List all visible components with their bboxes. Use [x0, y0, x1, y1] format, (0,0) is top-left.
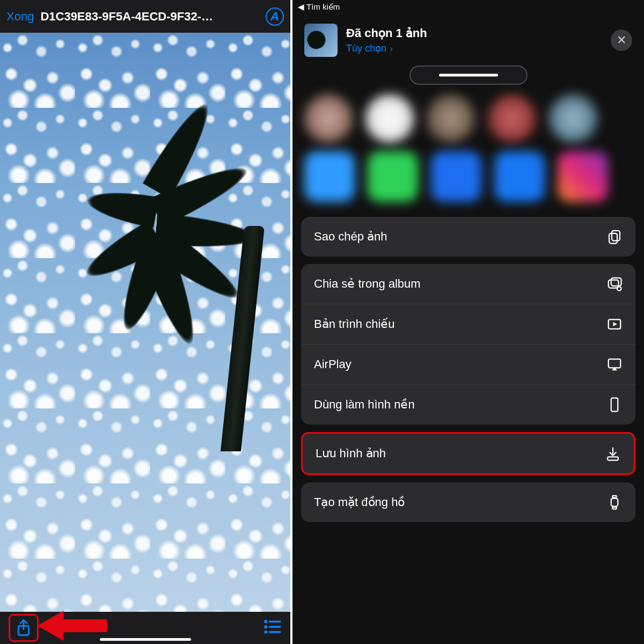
svg-rect-9	[609, 280, 619, 288]
viewer-header: Xong D1C39E83-9F5A-4ECD-9F32-… A	[0, 0, 290, 33]
action-group-2: Chia sẻ trong album Bản trình chiếu AirP…	[301, 264, 635, 425]
close-button[interactable]: ✕	[611, 30, 632, 51]
home-indicator	[100, 638, 191, 641]
action-group-1: Sao chép ảnh	[301, 217, 635, 257]
chevron-right-icon: ›	[387, 44, 393, 53]
share-button[interactable]	[9, 614, 39, 642]
svg-point-11	[617, 287, 621, 291]
airdrop-contacts-row[interactable]	[292, 90, 644, 147]
svg-rect-8	[609, 233, 617, 244]
svg-rect-13	[609, 359, 621, 368]
svg-rect-17	[612, 496, 617, 498]
photo-viewer-panel: Xong D1C39E83-9F5A-4ECD-9F32-… A	[0, 0, 292, 644]
share-sheet-panel: ◀ Tìm kiếm Đã chọn 1 ảnh Tùy chọn › ✕ Sa…	[292, 0, 644, 644]
selection-title: Đã chọn 1 ảnh	[346, 26, 427, 40]
action-copy-photo[interactable]: Sao chép ảnh	[301, 217, 635, 257]
copy-icon	[606, 229, 623, 245]
selection-thumbnail[interactable]	[304, 24, 338, 57]
action-share-album[interactable]: Chia sẻ trong album	[301, 264, 635, 304]
selection-header: Đã chọn 1 ảnh Tùy chọn › ✕	[292, 14, 644, 62]
action-save-image[interactable]: Lưu hình ảnh	[303, 434, 634, 473]
options-link[interactable]: Tùy chọn ›	[346, 42, 427, 54]
action-group-save: Lưu hình ảnh	[301, 432, 635, 475]
svg-rect-10	[611, 278, 621, 286]
svg-rect-15	[608, 457, 618, 460]
svg-point-3	[265, 626, 267, 628]
action-group-3: Tạo mặt đồng hồ	[301, 482, 635, 522]
play-rect-icon	[606, 316, 623, 332]
svg-rect-16	[611, 499, 618, 507]
svg-rect-18	[612, 507, 617, 509]
drag-indicator[interactable]	[409, 65, 528, 85]
action-slideshow[interactable]: Bản trình chiếu	[301, 304, 635, 344]
photo-content[interactable]	[0, 33, 290, 612]
chevron-left-icon: ◀	[298, 2, 304, 12]
action-wallpaper[interactable]: Dùng làm hình nền	[301, 384, 635, 425]
svg-point-1	[265, 621, 267, 623]
shared-album-icon	[606, 276, 623, 292]
svg-point-5	[265, 631, 267, 633]
file-title: D1C39E83-9F5A-4ECD-9F32-…	[40, 10, 259, 24]
back-label: Tìm kiếm	[306, 2, 340, 12]
viewer-toolbar	[0, 612, 290, 644]
airplay-icon	[606, 356, 623, 372]
watch-icon	[606, 494, 623, 510]
done-button[interactable]: Xong	[6, 10, 34, 24]
annotation-arrow-icon	[38, 612, 107, 640]
share-apps-row[interactable]	[292, 147, 644, 206]
list-button[interactable]	[264, 619, 282, 636]
svg-rect-7	[612, 231, 620, 241]
download-icon	[605, 445, 621, 462]
action-airplay[interactable]: AirPlay	[301, 344, 635, 384]
back-to-search[interactable]: ◀ Tìm kiếm	[292, 0, 644, 14]
palm-silhouette	[113, 151, 290, 451]
action-watchface[interactable]: Tạo mặt đồng hồ	[301, 482, 635, 522]
phone-icon	[606, 397, 623, 413]
actions-menu: Sao chép ảnh Chia sẻ trong album Bản trì…	[301, 217, 635, 522]
markup-button[interactable]: A	[266, 8, 284, 26]
svg-rect-14	[611, 398, 618, 412]
